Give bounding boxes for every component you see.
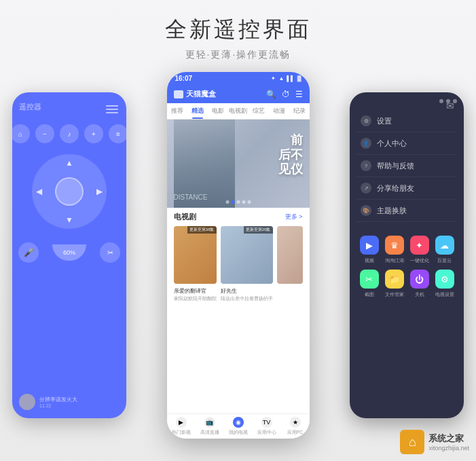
up-arrow[interactable]: ▲ [65, 158, 73, 168]
search-icon[interactable]: 🔍 [266, 90, 276, 99]
menu-theme[interactable]: 🎨 主题换肤 [356, 200, 457, 222]
hero-text: 前后不见仪 [278, 133, 303, 177]
nav-hot-label: 热门影视 [172, 429, 191, 436]
app-tv-settings[interactable]: ⚙ 电视设置 [435, 270, 454, 298]
status-dot-1 [439, 99, 443, 103]
tab-selected[interactable]: 精选 [187, 103, 208, 119]
tab-doc[interactable]: 纪录 [289, 103, 310, 119]
down-arrow[interactable]: ▼ [65, 215, 73, 225]
app-taotao[interactable]: ♛ 淘淘江湖 [384, 236, 404, 264]
left-arrow[interactable]: ◀ [36, 187, 42, 196]
dot-4[interactable] [242, 200, 245, 204]
show-badge-2: 更新至第26集 [244, 226, 273, 234]
app-screenshot[interactable]: ✂ 截图 [359, 270, 379, 298]
page-title: 全新遥控界面 [165, 15, 312, 45]
show-card-1[interactable]: 更新至第38集 亲爱的翻译官 家阳赵默陌开朗翻院 [174, 226, 217, 303]
live-icon: 📺 [204, 417, 215, 428]
profile-time: 11:22 [39, 403, 77, 408]
menu-theme-label: 主题换肤 [377, 206, 407, 216]
menu-help[interactable]: ? 帮助与反馈 [356, 155, 457, 177]
phone-center: 16:07 ✦ ▲ ▌▌ ▓ 天猫魔盒 🔍 [167, 72, 310, 439]
pc-icon: ★ [290, 417, 301, 428]
menu-settings[interactable]: ⚙ 设置 [356, 110, 457, 132]
ok-btn[interactable] [55, 177, 84, 206]
video-icon: ▶ [360, 236, 379, 255]
tab-tv[interactable]: 电视剧 [228, 103, 249, 119]
app-baidu[interactable]: ☁ 百度云 [435, 236, 454, 264]
remote-label: 遥控器 [19, 102, 41, 112]
nav-mytv-label: 我的电视 [229, 429, 248, 436]
app-header-icons: 🔍 ⏱ ☰ [266, 90, 303, 99]
home-btn[interactable]: ⌂ [12, 124, 30, 143]
optimize-icon: ✦ [410, 236, 429, 255]
status-icons: ✦ ▲ ▌▌ ▓ [271, 75, 301, 81]
scissors-btn[interactable]: ✂ [100, 242, 120, 263]
phone-right: ✉ ⚙ 设置 👤 个人中心 ? 帮助与反馈 ↗ [350, 92, 464, 418]
app-name: 天猫魔盒 [186, 89, 216, 99]
nav-pc[interactable]: ★ 应用PC [281, 417, 310, 436]
tab-recommend[interactable]: 推荐 [167, 103, 187, 119]
show-sub-2: 陆远出差中拉着曹扬的手 [221, 295, 273, 302]
dot-5[interactable] [247, 200, 251, 204]
nav-mytv[interactable]: ◉ 我的电视 [224, 417, 253, 436]
minus-btn[interactable]: − [35, 124, 54, 143]
nav-apps[interactable]: TV 应用中心 [253, 417, 281, 436]
app-screenshot-label: 截图 [365, 291, 374, 298]
tab-movie[interactable]: 电影 [208, 103, 228, 119]
bottom-controls: 🎤 60% ✂ [18, 242, 120, 263]
hero-banner: 前后不见仪 DISTANCE [167, 119, 310, 208]
profile-bar: 分辨率该发火大 11:22 [19, 394, 120, 410]
wifi-icon: ▲ [278, 75, 284, 81]
tab-variety[interactable]: 综艺 [249, 103, 269, 119]
nav-live[interactable]: 📺 高清直播 [196, 417, 224, 436]
show-badge-1: 更新至第38集 [187, 226, 217, 234]
settings-icon: ⚙ [361, 115, 371, 126]
app-tv-settings-label: 电视设置 [435, 291, 454, 298]
menu-icon[interactable]: ☰ [295, 90, 303, 99]
menu-profile-label: 个人中心 [377, 139, 407, 149]
show-sub-1: 家阳赵默陌开朗翻院 [174, 295, 217, 302]
plus-btn[interactable]: + [84, 124, 103, 143]
show-card-3[interactable] [277, 226, 303, 303]
nav-buttons: ⌂ − ♪ + ≡ [12, 124, 126, 143]
app-logo: 天猫魔盒 [174, 89, 216, 99]
app-logo-icon [174, 90, 183, 98]
share-icon: ↗ [361, 183, 371, 193]
hero-sub-text: DISTANCE [174, 193, 208, 201]
app-optimize[interactable]: ✦ 一键优化 [409, 236, 429, 264]
app-files-label: 文件管家 [385, 291, 404, 298]
app-video[interactable]: ▶ 视频 [359, 236, 379, 264]
dot-2[interactable] [231, 200, 234, 204]
direction-pad[interactable]: ▲ ▼ ◀ ▶ [32, 154, 107, 229]
app-optimize-label: 一键优化 [410, 257, 429, 264]
right-arrow[interactable]: ▶ [96, 187, 103, 196]
menu-share[interactable]: ↗ 分享给朋友 [356, 177, 457, 200]
baidu-icon: ☁ [435, 236, 454, 255]
dot-1[interactable] [225, 200, 229, 204]
clock-icon[interactable]: ⏱ [282, 90, 290, 99]
files-icon: 📁 [385, 270, 404, 289]
taotao-icon: ♛ [385, 236, 404, 255]
tv-settings-icon: ⚙ [435, 270, 454, 289]
profile-avatar [19, 394, 35, 410]
list-btn[interactable]: ≡ [109, 124, 126, 143]
section-more[interactable]: 更多 > [285, 213, 303, 221]
tab-anime[interactable]: 动漫 [269, 103, 289, 119]
menu-profile[interactable]: 👤 个人中心 [356, 132, 457, 155]
mic-btn[interactable]: 🎤 [18, 242, 39, 263]
section-header: 电视剧 更多 > [167, 208, 310, 226]
show-title-3 [277, 285, 303, 288]
watermark-url: xitongzhijia.net [428, 445, 469, 451]
app-files[interactable]: 📁 文件管家 [384, 270, 404, 298]
envelope-icon[interactable]: ✉ [446, 100, 454, 111]
show-card-2[interactable]: 更新至第26集 好先生 陆远出差中拉着曹扬的手 [221, 226, 273, 303]
main-container: 全新遥控界面 更轻·更薄·操作更流畅 遥控器 ⌂ − ♪ + ≡ [0, 0, 476, 461]
nav-pc-label: 应用PC [287, 429, 304, 436]
volume-btn[interactable]: ♪ [60, 124, 79, 143]
app-shutdown[interactable]: ⏻ 关机 [409, 270, 429, 298]
nav-hot[interactable]: ▶ 热门影视 [167, 417, 196, 436]
watermark: ⌂ 系统之家 xitongzhijia.net [400, 430, 469, 454]
phone-left: 遥控器 ⌂ − ♪ + ≡ ▲ ▼ ◀ ▶ [12, 92, 126, 418]
dot-3[interactable] [236, 200, 240, 204]
menu-help-label: 帮助与反馈 [377, 161, 414, 171]
